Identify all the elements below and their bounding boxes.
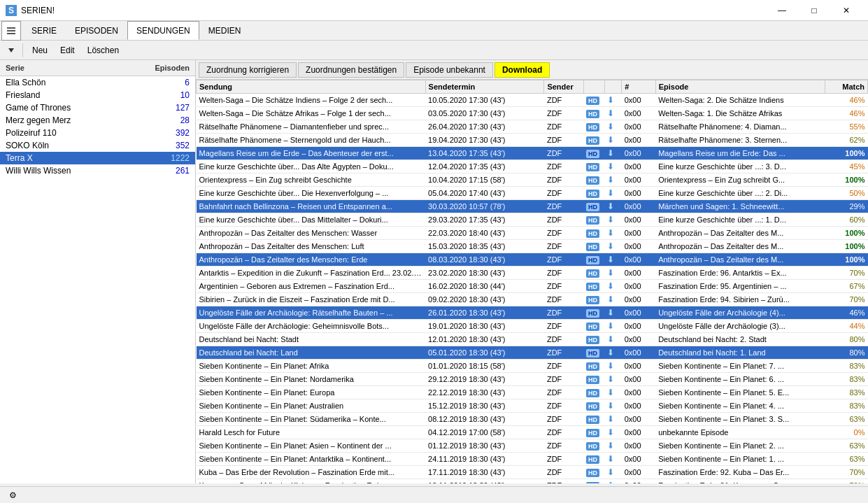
series-list-item[interactable]: Game of Thrones127 — [0, 101, 195, 114]
table-row[interactable]: Kamerun – Ganz Afrika im Kleinen – Faszi… — [197, 479, 868, 484]
download-icon[interactable]: ⬇ — [607, 321, 614, 331]
download-icon[interactable]: ⬇ — [607, 228, 614, 238]
cell-dl[interactable]: ⬇ — [604, 280, 621, 293]
cell-dl[interactable]: ⬇ — [604, 479, 621, 484]
nav-down-button[interactable] — [3, 42, 20, 59]
cell-dl[interactable]: ⬇ — [604, 293, 621, 306]
download-icon[interactable]: ⬇ — [607, 255, 614, 264]
cell-dl[interactable]: ⬇ — [604, 160, 621, 173]
download-icon[interactable]: ⬇ — [607, 268, 614, 278]
download-icon[interactable]: ⬇ — [607, 348, 614, 357]
menu-item-medien[interactable]: MEDIEN — [199, 21, 250, 40]
cell-dl[interactable]: ⬇ — [604, 107, 621, 120]
maximize-button[interactable]: □ — [798, 0, 830, 21]
series-list-item[interactable]: Merz gegen Merz28 — [0, 114, 195, 127]
neu-button[interactable]: Neu — [26, 42, 54, 59]
download-button[interactable]: Download — [495, 62, 550, 78]
table-row[interactable]: Argentinien – Geboren aus Extremen – Fas… — [197, 280, 868, 293]
download-icon[interactable]: ⬇ — [607, 135, 614, 145]
download-icon[interactable]: ⬇ — [607, 215, 614, 225]
series-list-item[interactable]: Polizeiruf 110392 — [0, 127, 195, 139]
cell-dl[interactable]: ⬇ — [604, 200, 621, 213]
table-row[interactable]: Deutschland bei Nacht: Land 05.01.2020 1… — [197, 346, 868, 360]
download-icon[interactable]: ⬇ — [607, 467, 614, 477]
download-icon[interactable]: ⬇ — [607, 308, 614, 318]
zuordnungen-bestaetigen-button[interactable]: Zuordnungen bestätigen — [298, 62, 404, 78]
cell-dl[interactable]: ⬇ — [604, 333, 621, 346]
download-icon[interactable]: ⬇ — [607, 108, 614, 118]
cell-dl[interactable]: ⬇ — [604, 399, 621, 413]
table-row[interactable]: Sieben Kontinente – Ein Planet: Europa 2… — [197, 386, 868, 399]
cell-dl[interactable]: ⬇ — [604, 253, 621, 267]
cell-dl[interactable]: ⬇ — [604, 240, 621, 253]
table-row[interactable]: Magellans Reise um die Erde – Das Abente… — [197, 147, 868, 160]
cell-dl[interactable]: ⬇ — [604, 187, 621, 200]
table-row[interactable]: Rätselhafte Phänomene – Sternengold und … — [197, 134, 868, 147]
download-icon[interactable]: ⬇ — [607, 95, 614, 105]
series-list-item[interactable]: Willi Wills Wissen261 — [0, 164, 195, 177]
cell-dl[interactable]: ⬇ — [604, 94, 621, 107]
table-row[interactable]: Eine kurze Geschichte über... Die Hexenv… — [197, 187, 868, 200]
download-icon[interactable]: ⬇ — [607, 295, 614, 304]
menu-item-episoden[interactable]: EPISODEN — [66, 21, 127, 40]
table-row[interactable]: Sieben Kontinente – Ein Planet: Australi… — [197, 399, 868, 413]
series-list-item[interactable]: Friesland10 — [0, 89, 195, 101]
col-header-sendetermin[interactable]: Sendetermin — [425, 80, 544, 94]
edit-button[interactable]: Edit — [54, 42, 81, 59]
cell-dl[interactable]: ⬇ — [604, 320, 621, 333]
cell-dl[interactable]: ⬇ — [604, 267, 621, 280]
table-row[interactable]: Sibirien – Zurück in die Eiszeit – Faszi… — [197, 293, 868, 306]
download-icon[interactable]: ⬇ — [607, 175, 614, 185]
table-row[interactable]: Bahnfahrt nach Bellinzona – Reisen und E… — [197, 200, 868, 213]
download-icon[interactable]: ⬇ — [607, 162, 614, 171]
download-icon[interactable]: ⬇ — [607, 481, 614, 483]
cell-dl[interactable]: ⬇ — [604, 213, 621, 227]
col-header-hash[interactable]: # — [622, 80, 656, 94]
menu-icon-button[interactable] — [1, 21, 21, 41]
download-icon[interactable]: ⬇ — [607, 281, 614, 291]
cell-dl[interactable]: ⬇ — [604, 134, 621, 147]
download-icon[interactable]: ⬇ — [607, 441, 614, 451]
download-icon[interactable]: ⬇ — [607, 361, 614, 371]
series-list-item[interactable]: SOKO Köln352 — [0, 139, 195, 152]
table-row[interactable]: Sieben Kontinente – Ein Planet: Afrika 0… — [197, 360, 868, 373]
col-header-sendung[interactable]: Sendung — [197, 80, 426, 94]
download-icon[interactable]: ⬇ — [607, 334, 614, 344]
episode-unbekannt-button[interactable]: Episode unbekannt — [406, 62, 493, 78]
col-header-match[interactable]: Match — [825, 80, 868, 94]
col-header-episode[interactable]: Episode — [655, 80, 825, 94]
cell-dl[interactable]: ⬇ — [604, 413, 621, 426]
table-row[interactable]: Anthropozän – Das Zeitalter des Menschen… — [197, 253, 868, 267]
minimize-button[interactable]: — — [766, 0, 798, 21]
table-row[interactable]: Sieben Kontinente – Ein Planet: Südameri… — [197, 413, 868, 426]
table-row[interactable]: Sieben Kontinente – Ein Planet: Nordamer… — [197, 373, 868, 386]
table-row[interactable]: Welten-Saga – Die Schätze Afrikas – Folg… — [197, 107, 868, 120]
table-row[interactable]: Eine kurze Geschichte über... Das Mittel… — [197, 213, 868, 227]
download-icon[interactable]: ⬇ — [607, 241, 614, 251]
download-icon[interactable]: ⬇ — [607, 414, 614, 424]
cell-dl[interactable]: ⬇ — [604, 227, 621, 240]
series-list-item[interactable]: Terra X1222 — [0, 152, 195, 164]
cell-dl[interactable]: ⬇ — [604, 173, 621, 187]
table-row[interactable]: Antarktis – Expedition in die Zukunft – … — [197, 267, 868, 280]
table-row[interactable]: Anthropozän – Das Zeitalter des Menschen… — [197, 227, 868, 240]
download-icon[interactable]: ⬇ — [607, 122, 614, 132]
table-row[interactable]: Orientexpress – Ein Zug schreibt Geschic… — [197, 173, 868, 187]
cell-dl[interactable]: ⬇ — [604, 120, 621, 134]
menu-item-sendungen[interactable]: SENDUNGEN — [127, 21, 199, 40]
table-row[interactable]: Sieben Kontinente – Ein Planet: Antarkti… — [197, 453, 868, 466]
table-row[interactable]: Eine kurze Geschichte über... Das Alte Ä… — [197, 160, 868, 173]
settings-icon-button[interactable]: ⚙ — [6, 488, 20, 502]
table-row[interactable]: Ungelöste Fälle der Archäologie: Geheimn… — [197, 320, 868, 333]
cell-dl[interactable]: ⬇ — [604, 306, 621, 320]
cell-dl[interactable]: ⬇ — [604, 439, 621, 453]
cell-dl[interactable]: ⬇ — [604, 453, 621, 466]
download-icon[interactable]: ⬇ — [607, 188, 614, 198]
cell-dl[interactable]: ⬇ — [604, 360, 621, 373]
download-icon[interactable]: ⬇ — [607, 454, 614, 464]
cell-dl[interactable]: ⬇ — [604, 426, 621, 439]
table-row[interactable]: Kuba – Das Erbe der Revolution – Faszina… — [197, 466, 868, 479]
table-row[interactable]: Anthropozän – Das Zeitalter des Menschen… — [197, 240, 868, 253]
loeschen-button[interactable]: Löschen — [81, 42, 125, 59]
table-row[interactable]: Rätselhafte Phänomene – Diamantenfieber … — [197, 120, 868, 134]
